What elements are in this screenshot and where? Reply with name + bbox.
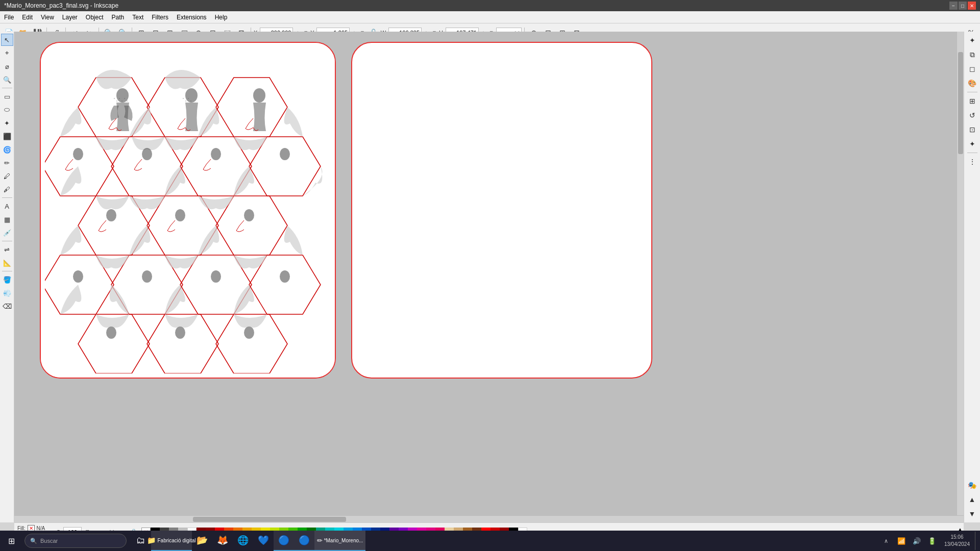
menu-view[interactable]: View	[37, 12, 58, 22]
tool-3d[interactable]: ⬛	[1, 130, 13, 142]
tool-pencil[interactable]: ✏	[1, 157, 13, 169]
rpanel-xml[interactable]: ✦	[966, 34, 979, 47]
taskbar-search[interactable]: 🔍 Buscar	[24, 534, 127, 548]
svg-rect-22	[124, 98, 125, 99]
tessellation-svg	[45, 47, 331, 373]
tool-star[interactable]: ✦	[1, 117, 13, 129]
tool-dropper[interactable]: 💉	[1, 227, 13, 239]
taskbar-app-edge[interactable]: 🌐	[233, 531, 253, 551]
svg-rect-26	[188, 98, 189, 99]
rpanel-transform[interactable]: ↺	[966, 109, 979, 122]
vscrollbar	[957, 32, 964, 515]
rpanel-align[interactable]: ⊞	[966, 94, 979, 108]
rpanel-objprop[interactable]: ◻	[966, 62, 979, 76]
search-icon: 🔍	[30, 538, 37, 544]
tool-calligraphy[interactable]: 🖋	[1, 183, 13, 195]
menu-extensions[interactable]: Extensions	[173, 12, 211, 22]
tool-eraser[interactable]: ⌫	[1, 300, 13, 312]
right-panel: ✦ ⧉ ◻ 🎨 ⊞ ↺ ⊡ ✦ ⋮ 🎭 ▲ ▼	[964, 32, 980, 522]
svg-point-8	[106, 209, 116, 221]
tool-rect[interactable]: ▭	[1, 90, 13, 103]
tool-connector[interactable]: ⇌	[1, 243, 13, 256]
inkscape-taskbar-label: *Mario_Moreno...	[324, 538, 363, 543]
menu-layer[interactable]: Layer	[58, 12, 82, 22]
taskbar-app-chrome1[interactable]: 🔵	[274, 531, 294, 551]
hscroll-thumb[interactable]	[193, 517, 346, 522]
fabricacio-icon: 📁	[147, 536, 156, 544]
taskbar-tray: ∧ 📶 🔊 🔋 15:06 13/04/2024	[879, 532, 980, 550]
clock-time: 15:06	[944, 534, 970, 541]
rpanel-bottom1[interactable]: ▲	[966, 493, 979, 506]
tool-ellipse[interactable]: ⬭	[1, 104, 13, 116]
hscrollbar	[14, 515, 964, 522]
tool-fill[interactable]: 🪣	[1, 273, 13, 286]
taskbar-app-inkscape[interactable]: ✏ *Mario_Moreno...	[314, 531, 365, 551]
svg-point-3	[253, 88, 265, 103]
tray-network[interactable]: 📶	[894, 532, 909, 550]
page1	[40, 42, 336, 379]
rpanel-pattern[interactable]: ⊡	[966, 123, 979, 136]
tool-node[interactable]: ⌖	[1, 47, 13, 59]
start-button[interactable]: ⊞	[0, 531, 22, 551]
close-button[interactable]: ✕	[968, 2, 976, 10]
page2	[351, 42, 652, 379]
svg-point-5	[142, 148, 152, 160]
tool-select[interactable]: ↖	[1, 34, 13, 46]
titlebar: *Mario_Moreno_pac3_final.svg - Inkscape …	[0, 0, 980, 11]
svg-point-6	[211, 148, 221, 160]
tool-sep4	[2, 271, 12, 271]
svg-point-1	[116, 88, 129, 103]
tool-text[interactable]: A	[1, 200, 13, 212]
taskbar-app-fabricacio[interactable]: 📁 Fabricació digital	[151, 531, 192, 551]
tool-spray[interactable]: 💨	[1, 287, 13, 299]
tray-more[interactable]: ∧	[879, 532, 893, 550]
minimize-button[interactable]: −	[949, 2, 958, 10]
svg-rect-18	[114, 98, 115, 99]
menu-path[interactable]: Path	[108, 12, 129, 22]
clock[interactable]: 15:06 13/04/2024	[940, 534, 974, 548]
menu-object[interactable]: Object	[82, 12, 108, 22]
rpanel-symbols[interactable]: ✦	[966, 137, 979, 151]
tool-spiral[interactable]: 🌀	[1, 143, 13, 156]
svg-point-12	[142, 270, 152, 283]
tool-measure[interactable]: 📐	[1, 257, 13, 269]
rpanel-colormanage[interactable]: 🎭	[966, 479, 979, 492]
taskbar-app-chrome2[interactable]: 🔵	[294, 531, 314, 551]
tray-show-desktop[interactable]	[975, 532, 978, 550]
menu-edit[interactable]: Edit	[18, 12, 37, 22]
tool-gradient[interactable]: ▦	[1, 213, 13, 226]
menubar: File Edit View Layer Object Path Text Fi…	[0, 11, 980, 23]
taskbar-app-firefox[interactable]: 🦊	[212, 531, 233, 551]
menu-text[interactable]: Text	[128, 12, 148, 22]
tray-volume[interactable]: 🔊	[910, 532, 924, 550]
inkscape-icon: ✏	[317, 537, 323, 544]
tool-tweak[interactable]: ⌀	[1, 60, 13, 72]
tool-zoom-tool[interactable]: 🔍	[1, 73, 13, 86]
rpanel-bottom2[interactable]: ▼	[966, 507, 979, 520]
clock-date: 13/04/2024	[944, 541, 970, 548]
menu-file[interactable]: File	[0, 12, 18, 22]
rpanel-fillstroke[interactable]: 🎨	[966, 77, 979, 90]
taskbar-app-vscode[interactable]: 💙	[253, 531, 274, 551]
svg-point-15	[106, 327, 116, 339]
tool-sep2	[2, 197, 12, 198]
tool-sep1	[2, 88, 12, 88]
maximize-button[interactable]: □	[959, 2, 967, 10]
rpanel-layers[interactable]: ⧉	[966, 48, 979, 61]
menu-filters[interactable]: Filters	[148, 12, 173, 22]
canvas-area	[14, 32, 964, 522]
taskbar: ⊞ 🔍 Buscar 🗂 📁 Fabricació digital 📂 🦊 🌐 …	[0, 531, 980, 551]
taskbar-apps: 🗂 📁 Fabricació digital 📂 🦊 🌐 💙 🔵 🔵 ✏ *Ma…	[131, 531, 365, 551]
svg-rect-25	[185, 101, 186, 102]
page-container	[40, 42, 652, 379]
vscroll-thumb[interactable]	[958, 52, 963, 154]
svg-point-9	[175, 209, 185, 221]
svg-point-7	[280, 148, 290, 160]
menu-help[interactable]: Help	[211, 12, 232, 22]
rpanel-more[interactable]: ⋮	[966, 155, 979, 168]
svg-point-10	[244, 209, 254, 221]
svg-point-14	[280, 270, 290, 283]
taskbar-app-folder[interactable]: 📂	[192, 531, 212, 551]
tool-pen[interactable]: 🖊	[1, 170, 13, 182]
tray-battery[interactable]: 🔋	[925, 532, 939, 550]
